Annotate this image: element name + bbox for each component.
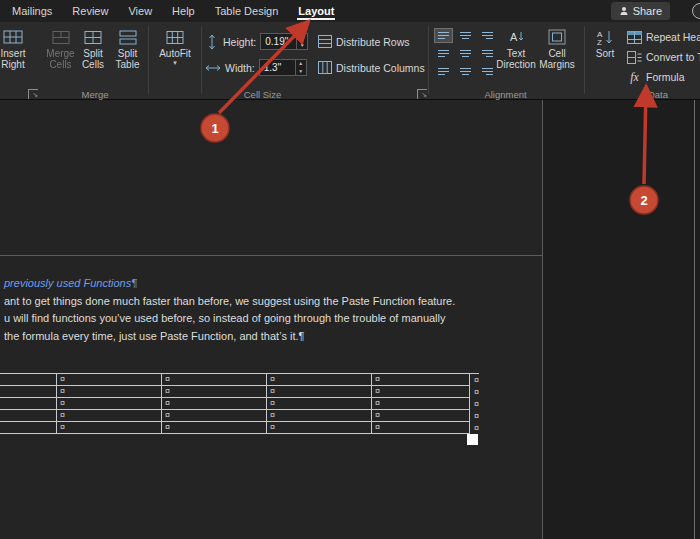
alignment-grid: [434, 28, 497, 79]
merge-cells-label-1: Merge: [46, 48, 74, 59]
table-cell[interactable]: ¤: [162, 422, 267, 434]
table-cell[interactable]: [0, 374, 57, 386]
formula-label: Formula: [646, 71, 685, 83]
distribute-rows-button[interactable]: Distribute Rows: [318, 35, 410, 48]
table-cell[interactable]: [0, 398, 57, 410]
table-cell-selection-handle[interactable]: [467, 434, 478, 445]
tab-view[interactable]: View: [118, 1, 162, 21]
cell-margins-button[interactable]: Cell Margins: [537, 25, 577, 87]
table-cell[interactable]: ¤: [267, 374, 372, 386]
table-cell[interactable]: ¤: [162, 374, 267, 386]
table-cell[interactable]: ¤: [267, 398, 372, 410]
table-cell[interactable]: ¤: [57, 422, 162, 434]
cell-size-dialog-launcher[interactable]: ↘: [417, 89, 427, 99]
distribute-rows-label: Distribute Rows: [336, 36, 410, 48]
table-cell[interactable]: ¤: [57, 398, 162, 410]
align-bottom-right-button[interactable]: [478, 64, 497, 79]
merge-cells-icon: [52, 29, 70, 45]
autofit-button[interactable]: AutoFit ▾: [153, 25, 197, 87]
table-cell[interactable]: ¤: [372, 410, 470, 422]
width-row: Width: 1.3" ▲▼: [205, 59, 307, 76]
width-value[interactable]: 1.3": [260, 60, 295, 75]
height-spinner[interactable]: ▲▼: [296, 34, 307, 49]
merge-cells-button: Merge Cells: [45, 25, 76, 87]
tab-mailings[interactable]: Mailings: [2, 1, 62, 21]
table-cell[interactable]: ¤: [372, 422, 470, 434]
table-cell[interactable]: ¤: [162, 386, 267, 398]
split-table-button[interactable]: Split Table: [110, 25, 145, 87]
document-table[interactable]: ¤¤¤¤¤¤¤¤¤¤¤¤¤¤¤¤¤¤¤¤¤¤¤¤¤: [0, 373, 479, 434]
table-cell[interactable]: ¤: [57, 386, 162, 398]
spin-down-icon[interactable]: ▼: [297, 42, 307, 50]
height-value[interactable]: 0.19": [261, 34, 296, 49]
align-bottom-left-button[interactable]: [434, 64, 453, 79]
sort-button[interactable]: AZ Sort: [588, 25, 622, 87]
cell-margins-label-1: Cell: [548, 48, 565, 59]
repeat-header-rows-button[interactable]: Repeat Heade: [627, 28, 700, 46]
tab-help[interactable]: Help: [162, 1, 205, 21]
doc-text-line: ant to get things done much faster than …: [4, 295, 455, 307]
table-cell[interactable]: ¤: [162, 410, 267, 422]
table-cell[interactable]: ¤: [57, 410, 162, 422]
insert-right-button[interactable]: Insert Right: [0, 25, 40, 87]
table-row: ¤¤¤¤¤: [0, 374, 479, 386]
page-break-line: [0, 255, 543, 256]
spin-up-icon[interactable]: ▲: [296, 60, 306, 68]
data-group-label: Data: [627, 89, 689, 100]
align-center-button[interactable]: [456, 46, 475, 61]
distribute-columns-button[interactable]: Distribute Columns: [318, 61, 425, 74]
table-cell[interactable]: ¤: [267, 386, 372, 398]
convert-to-text-label: Convert to Tex: [646, 51, 700, 63]
convert-to-text-button[interactable]: Convert to Tex: [627, 48, 700, 66]
table-cell[interactable]: [0, 386, 57, 398]
row-height-icon: [205, 34, 219, 50]
align-top-right-button[interactable]: [478, 28, 497, 43]
alignment-group-label: Alignment: [434, 89, 577, 100]
height-input[interactable]: 0.19" ▲▼: [260, 33, 308, 50]
text-direction-button[interactable]: A Text Direction: [498, 25, 534, 87]
distribute-rows-icon: [318, 35, 332, 48]
rows-columns-dialog-launcher[interactable]: ↘: [28, 89, 38, 99]
split-table-icon: [119, 29, 137, 45]
table-cell[interactable]: ¤: [267, 410, 372, 422]
align-top-center-button[interactable]: [456, 28, 475, 43]
repeat-header-label: Repeat Heade: [646, 31, 700, 43]
align-top-left-button[interactable]: [434, 28, 453, 43]
table-row: ¤¤¤¤¤: [0, 398, 479, 410]
svg-text:Z: Z: [597, 38, 602, 46]
svg-text:A: A: [510, 31, 518, 43]
align-bottom-center-button[interactable]: [456, 64, 475, 79]
table-cell[interactable]: ¤: [372, 386, 470, 398]
text-direction-icon: A: [507, 29, 525, 45]
tab-review[interactable]: Review: [62, 1, 118, 21]
formula-fx-icon: fx: [627, 70, 642, 85]
width-input[interactable]: 1.3" ▲▼: [259, 59, 307, 76]
split-cells-button[interactable]: Split Cells: [78, 25, 108, 87]
align-center-right-button[interactable]: [478, 46, 497, 61]
cell-size-group-label: Cell Size: [205, 89, 320, 100]
height-row: Height: 0.19" ▲▼: [205, 33, 308, 50]
table-cell[interactable]: ¤: [162, 398, 267, 410]
text-direction-label-1: Text: [507, 48, 525, 59]
table-cell[interactable]: ¤: [372, 374, 470, 386]
tab-table-design[interactable]: Table Design: [205, 1, 289, 21]
cell-margins-label-2: Margins: [539, 59, 575, 70]
split-table-label-2: Table: [116, 59, 140, 70]
table-cell[interactable]: ¤: [372, 398, 470, 410]
align-center-left-button[interactable]: [434, 46, 453, 61]
table-cell[interactable]: [0, 410, 57, 422]
formula-button[interactable]: fx Formula: [627, 68, 685, 86]
ribbon: Insert Right ↘ Merge Cells Split Cells S…: [0, 22, 700, 100]
cell-margins-icon: [548, 29, 566, 45]
table-cell[interactable]: ¤: [267, 422, 372, 434]
tab-layout[interactable]: Layout: [288, 1, 344, 21]
spin-down-icon[interactable]: ▼: [296, 68, 306, 76]
width-spinner[interactable]: ▲▼: [295, 60, 306, 75]
spin-up-icon[interactable]: ▲: [297, 34, 307, 42]
table-cell[interactable]: [0, 422, 57, 434]
menu-bar: Mailings Review View Help Table Design L…: [0, 0, 700, 22]
share-button[interactable]: Share: [611, 2, 670, 20]
comments-icon[interactable]: [692, 3, 700, 19]
document-page[interactable]: previously used Functions¶ ant to get th…: [0, 100, 543, 539]
table-cell[interactable]: ¤: [57, 374, 162, 386]
